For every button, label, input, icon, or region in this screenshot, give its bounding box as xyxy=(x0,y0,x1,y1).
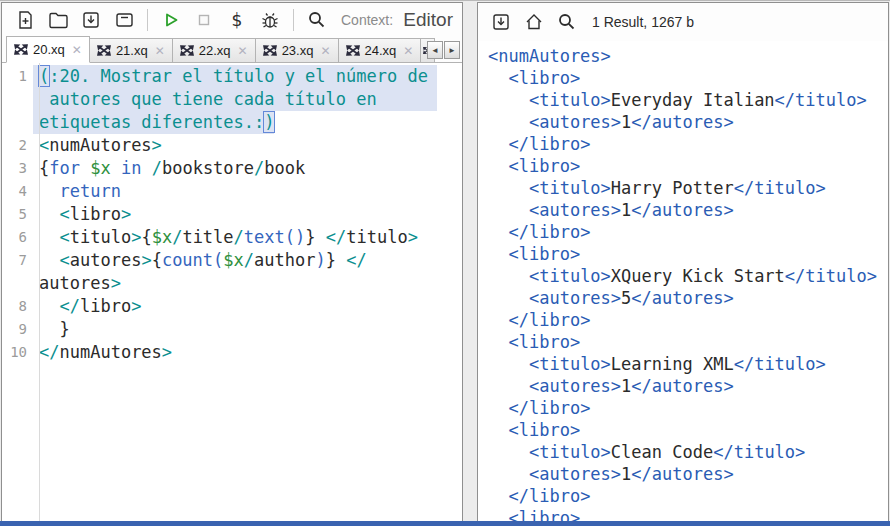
code-token: > xyxy=(141,250,151,270)
code-token: <autores> xyxy=(529,200,621,220)
line-number: 9 xyxy=(2,318,33,341)
code-token: { xyxy=(39,158,49,178)
tab-label: 21.xq xyxy=(116,43,148,58)
code-text: <libro> xyxy=(33,203,131,226)
result-status: 1 Result, 1267 b xyxy=(592,14,694,30)
editor-line: 9 } xyxy=(2,318,462,341)
editor-code[interactable]: 1(:20. Mostrar el título y el número de … xyxy=(2,63,462,521)
code-token xyxy=(111,158,121,178)
code-token xyxy=(488,288,529,308)
code-token xyxy=(488,90,529,110)
tab-close-icon[interactable]: ✕ xyxy=(320,44,330,58)
result-line: <libro> xyxy=(488,67,888,89)
result-line: <libro> xyxy=(488,155,888,177)
find-icon[interactable] xyxy=(554,10,580,34)
code-token xyxy=(39,296,59,316)
result-line: <autores>1</autores> xyxy=(488,199,888,221)
tab-close-icon[interactable]: ✕ xyxy=(238,44,248,58)
result-line: <titulo>XQuery Kick Start</titulo> xyxy=(488,265,888,287)
code-token xyxy=(39,227,59,247)
code-text: <numAutores> xyxy=(33,134,162,157)
code-token: <autores> xyxy=(529,464,621,484)
editor-line: 4 return xyxy=(2,180,462,203)
home-icon[interactable] xyxy=(521,10,547,34)
tab-close-icon[interactable]: ✕ xyxy=(403,44,413,58)
line-number xyxy=(2,88,33,111)
new-file-icon[interactable] xyxy=(12,8,38,32)
code-token: < xyxy=(59,250,69,270)
tab-24.xq[interactable]: 24.xq✕ xyxy=(338,38,422,62)
line-number: 7 xyxy=(2,249,33,272)
xquery-file-icon xyxy=(180,44,194,57)
code-token: > xyxy=(162,342,172,362)
close-file-icon[interactable] xyxy=(111,8,137,32)
editor-line: 6 <titulo>{$x/title/text()} </titulo> xyxy=(2,226,462,249)
result-line: <titulo>Everyday Italian</titulo> xyxy=(488,89,888,111)
code-token: 1 xyxy=(621,200,631,220)
save-result-icon[interactable] xyxy=(488,10,514,34)
result-line: <libro> xyxy=(488,507,888,521)
tab-scroll-left-icon[interactable]: ◄ xyxy=(427,41,443,59)
code-token: titulo xyxy=(70,227,131,247)
save-file-icon[interactable] xyxy=(78,8,104,32)
code-token xyxy=(488,398,508,418)
tab-21.xq[interactable]: 21.xq✕ xyxy=(89,38,173,62)
code-token: $x xyxy=(223,250,243,270)
run-query-icon[interactable] xyxy=(158,8,184,32)
open-file-icon[interactable] xyxy=(45,8,71,32)
editor-line: etiquetas diferentes.:) xyxy=(2,111,462,134)
code-token xyxy=(488,178,529,198)
tab-close-icon[interactable]: ✕ xyxy=(72,43,82,57)
code-token: </libro> xyxy=(508,310,590,330)
result-output[interactable]: <numAutores> <libro> <titulo>Everyday It… xyxy=(478,41,888,521)
code-token: <autores> xyxy=(529,112,621,132)
xquery-file-icon xyxy=(97,44,111,57)
result-toolbar: 1 Result, 1267 b xyxy=(478,3,888,41)
result-line: <titulo>Learning XML</titulo> xyxy=(488,353,888,375)
code-token: <libro> xyxy=(508,508,580,521)
tab-22.xq[interactable]: 22.xq✕ xyxy=(172,38,256,62)
tab-bar-tabs: 20.xq✕ 21.xq✕ 22.xq✕ 23.xq✕ xyxy=(6,36,420,62)
code-token: </autores> xyxy=(631,464,733,484)
code-token: <libro> xyxy=(508,68,580,88)
editor-line: 5 <libro> xyxy=(2,203,462,226)
stop-icon[interactable] xyxy=(191,8,217,32)
code-token xyxy=(488,442,529,462)
code-token xyxy=(488,112,529,132)
code-token: 5 xyxy=(621,288,631,308)
code-token xyxy=(488,266,529,286)
result-line: <titulo>Clean Code</titulo> xyxy=(488,441,888,463)
editor-line: 2<numAutores> xyxy=(2,134,462,157)
code-token: </autores> xyxy=(631,200,733,220)
code-token: > xyxy=(152,135,162,155)
line-number: 2 xyxy=(2,134,33,157)
toolbar-separator xyxy=(147,9,148,31)
debug-icon[interactable] xyxy=(257,8,283,32)
tab-23.xq[interactable]: 23.xq✕ xyxy=(255,38,339,62)
result-line: </libro> xyxy=(488,397,888,419)
code-token: > xyxy=(111,273,121,293)
external-variables-icon[interactable]: $ xyxy=(224,8,250,32)
result-line: </libro> xyxy=(488,485,888,507)
code-token: count( xyxy=(162,250,223,270)
code-token: </ xyxy=(59,296,79,316)
code-token: </titulo> xyxy=(713,442,805,462)
tab-20.xq[interactable]: 20.xq✕ xyxy=(6,36,90,63)
result-line: <titulo>Harry Potter</titulo> xyxy=(488,177,888,199)
code-token: autores que tiene cada título en xyxy=(39,89,377,109)
code-token: text() xyxy=(244,227,305,247)
jump-to-file-icon[interactable] xyxy=(304,8,330,32)
editor-line: 3{for $x in /bookstore/book xyxy=(2,157,462,180)
result-line: <libro> xyxy=(488,331,888,353)
code-token: Harry Potter xyxy=(611,178,734,198)
code-text: } xyxy=(33,318,70,341)
tab-scroll-right-icon[interactable]: ► xyxy=(444,41,460,59)
code-token: <autores> xyxy=(529,376,621,396)
tab-close-icon[interactable]: ✕ xyxy=(155,44,165,58)
code-token: title xyxy=(182,227,233,247)
selected-code-text: (:20. Mostrar el título y el número de xyxy=(33,65,437,88)
code-token: in xyxy=(121,158,141,178)
code-token: titulo xyxy=(346,227,407,247)
code-token: </libro> xyxy=(508,486,590,506)
code-token: <libro> xyxy=(508,420,580,440)
